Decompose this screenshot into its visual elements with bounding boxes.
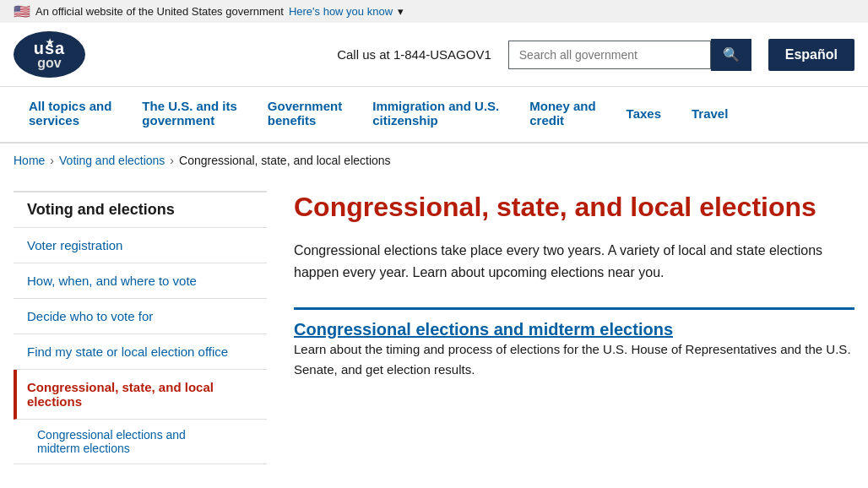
nav-item-immigration[interactable]: Immigration and U.S.citizenship	[357, 87, 514, 142]
gov-banner: 🇺🇸 An official website of the United Sta…	[0, 0, 868, 23]
star-icon: ★	[46, 38, 54, 47]
breadcrumb: Home › Voting and elections › Congressio…	[0, 144, 868, 177]
logo-gov: gov	[37, 57, 61, 70]
sidebar-sub-item-congressional-elections[interactable]: Congressional elections andmidterm elect…	[14, 420, 267, 464]
search-button[interactable]: 🔍	[711, 39, 751, 71]
main-nav: All topics andservices The U.S. and itsg…	[0, 87, 868, 144]
breadcrumb-sep-2: ›	[170, 154, 174, 167]
nav-item-taxes[interactable]: Taxes	[611, 87, 676, 142]
nav-item-all-topics[interactable]: All topics andservices	[14, 87, 127, 142]
espanol-button[interactable]: Español	[768, 39, 854, 71]
logo-area: ★ usa gov	[14, 31, 85, 78]
sidebar-item-voter-registration[interactable]: Voter registration	[14, 228, 267, 263]
section-congressional: Congressional elections and midterm elec…	[294, 307, 854, 380]
section-text-congressional: Learn about the timing and process of el…	[294, 339, 854, 380]
how-you-know-link[interactable]: Here's how you know	[289, 5, 393, 18]
sidebar-item-find-election-office[interactable]: Find my state or local election office	[14, 334, 267, 370]
sidebar-heading: Voting and elections	[14, 191, 267, 228]
header: ★ usa gov Call us at 1-844-USAGOV1 🔍 Esp…	[0, 23, 868, 87]
section-heading-congressional[interactable]: Congressional elections and midterm elec…	[294, 320, 673, 339]
search-area: 🔍	[508, 39, 751, 71]
phone-number: Call us at 1-844-USAGOV1	[337, 47, 491, 62]
chevron-down-icon: ▾	[398, 5, 404, 18]
main-layout: Voting and elections Voter registration …	[0, 177, 868, 464]
intro-text: Congressional elections take place every…	[294, 240, 854, 283]
main-content: Congressional, state, and local election…	[294, 191, 854, 464]
header-right: Call us at 1-844-USAGOV1 🔍 Español	[337, 39, 854, 71]
sidebar-item-how-when-where[interactable]: How, when, and where to vote	[14, 263, 267, 299]
nav-item-government-benefits[interactable]: Governmentbenefits	[252, 87, 357, 142]
sidebar-item-decide-who[interactable]: Decide who to vote for	[14, 299, 267, 334]
flag-icon: 🇺🇸	[14, 3, 30, 19]
nav-item-travel[interactable]: Travel	[676, 87, 743, 142]
breadcrumb-current: Congressional, state, and local election…	[179, 154, 391, 167]
breadcrumb-home[interactable]: Home	[14, 154, 45, 167]
nav-item-money-credit[interactable]: Money andcredit	[514, 87, 610, 142]
gov-banner-text: An official website of the United States…	[35, 5, 284, 18]
sidebar: Voting and elections Voter registration …	[14, 191, 267, 464]
nav-item-us-government[interactable]: The U.S. and itsgovernment	[127, 87, 252, 142]
usa-gov-logo[interactable]: ★ usa gov	[14, 31, 85, 78]
sidebar-item-congressional[interactable]: Congressional, state, and local election…	[14, 370, 267, 420]
breadcrumb-voting[interactable]: Voting and elections	[59, 154, 165, 167]
search-input[interactable]	[508, 41, 711, 69]
page-title: Congressional, state, and local election…	[294, 191, 854, 223]
breadcrumb-sep-1: ›	[50, 154, 54, 167]
